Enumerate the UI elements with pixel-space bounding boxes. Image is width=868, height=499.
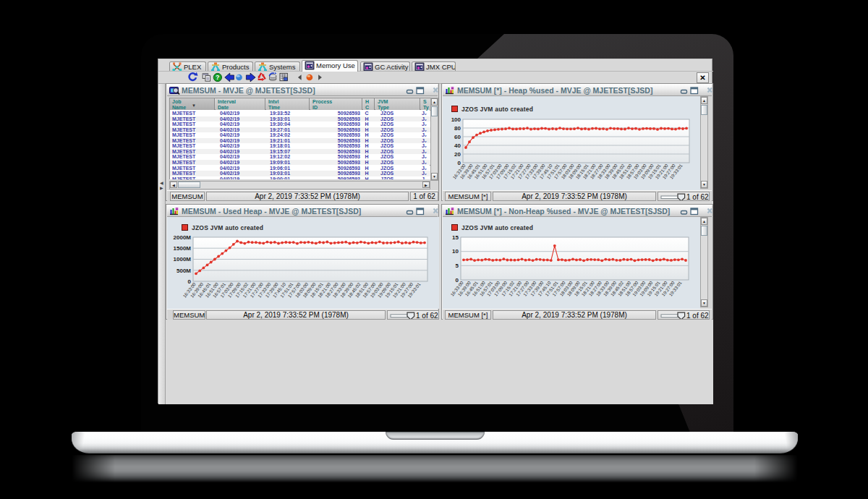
svg-text:80: 80 [454, 125, 461, 132]
svg-text:5: 5 [456, 263, 459, 269]
svg-text:10: 10 [452, 248, 459, 255]
svg-text:1000M: 1000M [174, 256, 192, 263]
svg-text:2000M: 2000M [174, 234, 192, 241]
svg-text:15: 15 [452, 234, 459, 241]
svg-text:60: 60 [454, 134, 461, 140]
svg-text:1500M: 1500M [174, 245, 192, 252]
svg-text:?: ? [216, 74, 219, 81]
svg-text:500M: 500M [176, 268, 191, 274]
svg-text:100: 100 [451, 116, 461, 123]
svg-text:40: 40 [454, 142, 461, 149]
svg-text:20: 20 [454, 151, 461, 158]
